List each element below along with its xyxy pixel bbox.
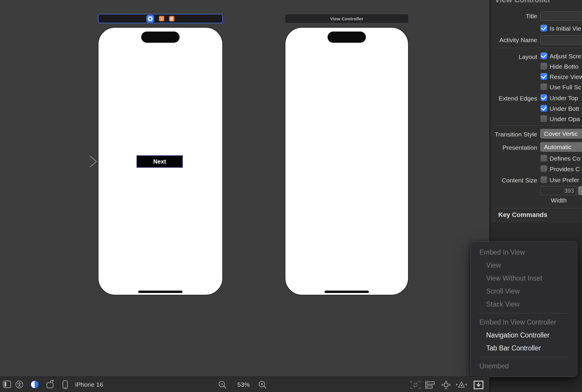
under-bottom-checkbox[interactable]	[540, 105, 547, 112]
hide-bottom-checkbox[interactable]	[540, 63, 547, 70]
menu-header-embed-in-view: Embed In View	[471, 246, 577, 259]
orientation-icon[interactable]	[46, 380, 56, 389]
separator	[495, 208, 582, 208]
is-initial-label: Is Initial Vie	[550, 25, 581, 32]
use-preferred-checkbox[interactable]	[540, 176, 547, 183]
under-opaque-checkbox[interactable]	[540, 115, 547, 122]
zoom-in-icon[interactable]	[258, 381, 267, 389]
width-caption: Width	[540, 197, 577, 204]
align-icon[interactable]	[425, 381, 435, 389]
zoom-level-label[interactable]: 53%	[235, 377, 252, 392]
presentation-label: Presentation	[490, 144, 537, 151]
menu-item-scroll-view[interactable]: Scroll View	[471, 285, 577, 298]
layout-label: Layout	[490, 53, 537, 60]
menu-item-view-without-inset[interactable]: View Without Inset	[471, 272, 577, 285]
activity-name-field[interactable]	[540, 35, 582, 45]
embed-icon[interactable]	[474, 380, 484, 390]
resize-view-checkbox[interactable]	[540, 73, 547, 80]
defines-context-checkbox[interactable]	[540, 155, 547, 162]
under-opaque-label: Under Opa	[550, 116, 580, 123]
use-full-screen-checkbox[interactable]	[540, 83, 547, 90]
use-preferred-label: Use Prefer	[550, 177, 579, 184]
second-view-controller-scene[interactable]	[285, 27, 409, 295]
menu-separator	[479, 357, 568, 357]
menu-item-tab-bar-controller[interactable]: Tab Bar Controller	[471, 342, 577, 355]
adjust-scroll-label: Adjust Scre	[550, 53, 581, 60]
device-icon[interactable]	[63, 380, 68, 389]
provides-context-label: Provides C	[550, 166, 580, 173]
under-bottom-label: Under Bott	[550, 105, 579, 112]
menu-item-navigation-controller[interactable]: Navigation Controller	[471, 329, 577, 342]
extend-edges-label: Extend Edges	[490, 95, 537, 102]
key-commands-header: Key Commands	[498, 211, 547, 219]
embed-context-menu: Embed In View View View Without Inset Sc…	[471, 241, 577, 377]
defines-context-label: Defines Co	[550, 155, 580, 162]
is-initial-checkbox[interactable]	[540, 25, 547, 32]
presentation-dropdown[interactable]: Automatic	[540, 142, 582, 152]
accessibility-icon[interactable]	[15, 381, 23, 388]
zoom-out-icon[interactable]	[218, 381, 227, 389]
sidebar-toggle-icon[interactable]	[3, 381, 11, 388]
add-constraints-icon[interactable]	[441, 381, 451, 389]
content-size-label: Content Size	[490, 177, 537, 184]
activity-name-label: Activity Name	[490, 37, 537, 44]
appearance-toggle-icon[interactable]	[31, 381, 39, 388]
initial-view-controller-scene[interactable]: Next	[98, 27, 223, 295]
initial-view-controller-arrow	[65, 155, 98, 168]
menu-item-unembed: Unembed	[471, 360, 577, 373]
transition-style-label: Transition Style	[490, 131, 537, 138]
separator	[495, 48, 582, 48]
under-top-label: Under Top	[550, 95, 578, 102]
dynamic-island	[141, 32, 180, 43]
canvas-bottom-bar: iPhone 16 53%	[0, 376, 489, 392]
scene-header-label: View Controller	[330, 16, 364, 21]
under-top-checkbox[interactable]	[540, 94, 547, 101]
dynamic-island	[328, 32, 366, 43]
scene-dock-initial[interactable]: 1	[98, 14, 223, 23]
menu-item-stack-view[interactable]: Stack View	[471, 298, 577, 311]
content-width-field[interactable]: 393	[540, 186, 577, 195]
scene-dock-second[interactable]: View Controller	[285, 14, 409, 23]
transition-style-dropdown[interactable]: Cover Vertic	[540, 129, 582, 139]
resize-view-label: Resize View	[550, 73, 582, 80]
storyboard-editor: 1 Next View Controller View Controller T…	[0, 0, 582, 392]
update-frames-icon[interactable]	[410, 381, 421, 389]
entry-point-badge: 1	[159, 16, 164, 21]
next-button[interactable]: Next	[137, 155, 183, 168]
title-field-label: Title	[490, 13, 537, 20]
use-full-screen-label: Use Full Sc	[550, 84, 581, 91]
hide-bottom-label: Hide Botto	[550, 63, 578, 70]
exit-segue-icon	[169, 16, 175, 22]
inspector-section-title: View Controller	[495, 0, 551, 4]
title-field[interactable]	[540, 11, 582, 21]
home-indicator	[138, 291, 183, 293]
device-name-label[interactable]: iPhone 16	[75, 377, 103, 392]
resolve-layout-issues-icon[interactable]	[456, 381, 467, 389]
menu-separator	[479, 313, 568, 313]
separator	[495, 125, 582, 126]
width-stepper[interactable]	[578, 186, 582, 195]
view-controller-icon	[146, 15, 154, 23]
home-indicator	[325, 291, 369, 293]
menu-header-embed-in-view-controller: Embed In View Controller	[471, 316, 577, 329]
adjust-scroll-checkbox[interactable]	[540, 52, 547, 59]
menu-item-view[interactable]: View	[471, 259, 577, 272]
provides-context-checkbox[interactable]	[540, 165, 547, 172]
